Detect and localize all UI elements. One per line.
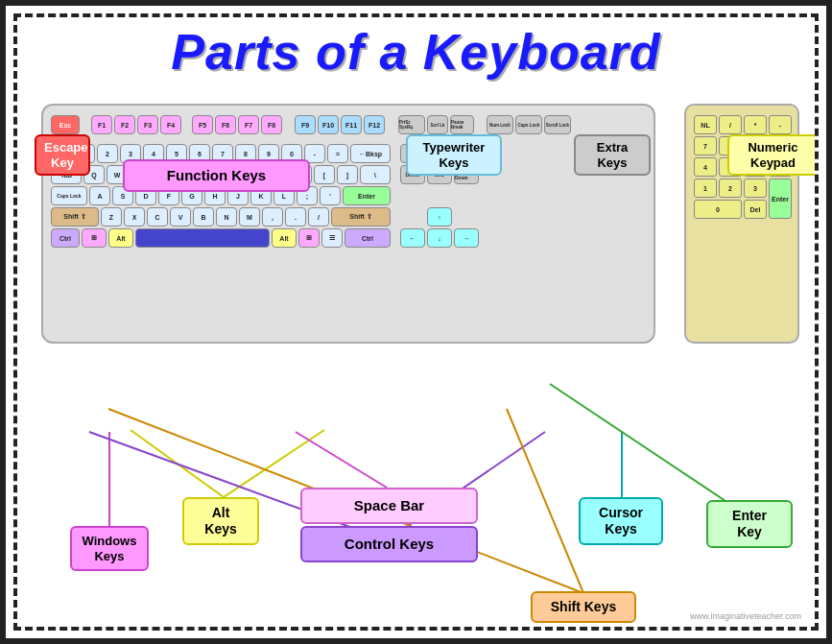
key-backspace[interactable]: ←Bksp (350, 144, 391, 163)
key-f3[interactable]: F3 (137, 115, 158, 134)
key-2[interactable]: 2 (97, 144, 118, 163)
key-capslock[interactable]: Caps Lock (51, 186, 87, 205)
escape-key-label: Escape Key (35, 134, 90, 176)
key-equals[interactable]: = (327, 144, 348, 163)
page-title: Parts of a Keyboard (17, 17, 815, 80)
typewriter-keys-label: TypewriterKeys (406, 134, 502, 176)
key-f4[interactable]: F4 (160, 115, 181, 134)
key-rbracket[interactable]: ] (337, 165, 358, 184)
key-v[interactable]: V (170, 207, 191, 227)
key-f2[interactable]: F2 (114, 115, 135, 134)
key-f12[interactable]: F12 (364, 115, 385, 134)
key-space[interactable] (135, 228, 270, 248)
extra-keys-label: ExtraKeys (574, 134, 651, 176)
key-num-1[interactable]: 1 (694, 179, 717, 198)
key-arrow-up[interactable]: ↑ (427, 207, 452, 227)
dashed-border: Parts of a Keyboard (13, 13, 819, 631)
alt-keys-label: AltKeys (182, 497, 259, 545)
key-pause[interactable]: Pause Break (450, 115, 474, 134)
key-num-4[interactable]: 4 (694, 157, 717, 177)
key-lbracket[interactable]: [ (314, 165, 335, 184)
numeric-keypad-label: NumericKeypad (727, 134, 819, 176)
enter-key-label: EnterKey (706, 500, 793, 548)
windows-keys-label: WindowsKeys (70, 526, 149, 571)
outer-border: Parts of a Keyboard (0, 0, 832, 644)
key-scrlk2[interactable]: Scroll Lock (544, 115, 571, 134)
shift-keys-label: Shift Keys (531, 591, 636, 623)
key-backslash[interactable]: \ (360, 165, 391, 184)
key-b[interactable]: B (193, 207, 214, 227)
svg-line-6 (131, 430, 224, 497)
key-num-enter[interactable]: Enter (769, 179, 792, 219)
key-shift-right[interactable]: Shift ⇧ (331, 207, 391, 227)
key-f1[interactable]: F1 (91, 115, 112, 134)
key-f11[interactable]: F11 (341, 115, 362, 134)
key-num-dot[interactable]: Del (744, 200, 767, 219)
key-num-7[interactable]: 7 (694, 136, 717, 155)
key-f7[interactable]: F7 (238, 115, 259, 134)
key-win-right[interactable]: ⊞ (298, 228, 320, 248)
key-win-left[interactable]: ⊞ (82, 228, 107, 248)
key-num-lock[interactable]: NL (694, 115, 717, 134)
key-scrlk[interactable]: Scrl Lk (427, 115, 448, 134)
key-ctrl-right[interactable]: Ctrl (345, 228, 391, 248)
key-num-div[interactable]: / (719, 115, 742, 134)
key-arrow-down[interactable]: ↓ (427, 228, 452, 248)
key-arrow-left[interactable]: ← (400, 228, 425, 248)
key-x[interactable]: X (124, 207, 145, 227)
key-f9[interactable]: F9 (295, 115, 316, 134)
key-num-3[interactable]: 3 (744, 179, 767, 198)
key-f6[interactable]: F6 (215, 115, 236, 134)
svg-line-8 (296, 432, 387, 488)
spacebar-label: Space Bar (300, 488, 478, 524)
key-alt-right[interactable]: Alt (272, 228, 297, 248)
key-num-minus[interactable]: - (769, 115, 792, 134)
key-enter[interactable]: Enter (343, 186, 391, 205)
key-m[interactable]: M (239, 207, 260, 227)
watermark: www.imaginativeteacher.com (690, 611, 801, 621)
key-z[interactable]: Z (101, 207, 122, 227)
key-forwardslash[interactable]: / (308, 207, 329, 227)
key-n[interactable]: N (216, 207, 237, 227)
function-keys-label: Function Keys (123, 159, 310, 192)
key-period[interactable]: . (285, 207, 306, 227)
key-menu[interactable]: ☰ (321, 228, 343, 248)
key-f10[interactable]: F10 (318, 115, 339, 134)
svg-line-11 (387, 432, 545, 540)
key-shift-left[interactable]: Shift ⇧ (51, 207, 99, 227)
key-a[interactable]: A (89, 186, 110, 205)
key-ctrl-left[interactable]: Ctrl (51, 228, 80, 248)
key-num-mul[interactable]: * (744, 115, 767, 134)
key-apostrophe[interactable]: ' (320, 186, 341, 205)
key-c[interactable]: C (147, 207, 168, 227)
key-comma[interactable]: , (262, 207, 283, 227)
key-f5[interactable]: F5 (192, 115, 213, 134)
key-arrow-right[interactable]: → (454, 228, 479, 248)
key-numlk[interactable]: Num Lock (487, 115, 513, 134)
key-num-0[interactable]: 0 (694, 200, 742, 219)
key-alt-left[interactable]: Alt (108, 228, 133, 248)
cursor-keys-label: CursorKeys (579, 497, 663, 545)
control-keys-label: Control Keys (300, 526, 478, 562)
key-esc[interactable]: Esc (51, 115, 80, 134)
key-capslk2[interactable]: Caps Lock (515, 115, 542, 134)
keyboard-body: Esc F1 F2 F3 F4 F5 F6 F7 F8 F9 F10 F11 F… (41, 104, 655, 344)
key-prtsc[interactable]: PrtSc SysRq (398, 115, 425, 134)
key-f8[interactable]: F8 (261, 115, 282, 134)
key-num-2[interactable]: 2 (719, 179, 742, 198)
svg-line-14 (507, 409, 583, 593)
